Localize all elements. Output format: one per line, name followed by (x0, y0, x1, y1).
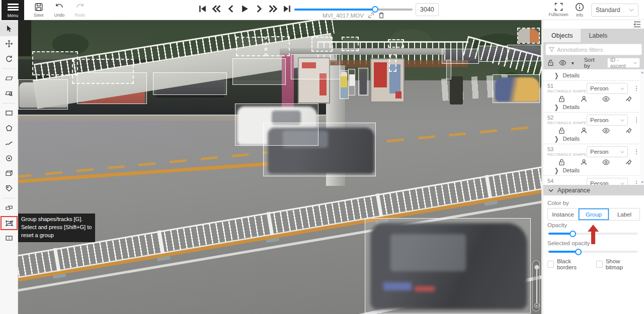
annotation-box[interactable] (340, 70, 349, 99)
info-button[interactable]: Info (569, 2, 591, 20)
objects-list-scrollbar[interactable]: ▲ ▼ (640, 69, 644, 185)
annotation-box[interactable] (358, 68, 368, 95)
fullscreen-button[interactable]: Fullscreen (547, 2, 570, 20)
object-label-select[interactable]: Person (587, 178, 628, 185)
draw-cuboid-tool[interactable] (0, 166, 18, 181)
annotation-box[interactable] (342, 37, 359, 51)
sidebar-fold-icon[interactable] (633, 21, 641, 28)
object-item[interactable]: 53 RECTANGLE SHAPE Person ⋮ (543, 144, 644, 176)
color-by-instance[interactable]: Instance (548, 208, 579, 220)
annotation-box[interactable] (311, 37, 333, 52)
object-actions-menu[interactable]: ⋮ (633, 86, 640, 91)
hide-all-icon[interactable] (559, 60, 567, 66)
canvas-vertical-slider[interactable] (532, 260, 540, 311)
object-item[interactable]: 51 RECTANGLE SHAPE Person ⋮ (543, 81, 644, 113)
object-pin-icon[interactable] (625, 95, 632, 102)
annotation-box[interactable] (478, 46, 508, 62)
object-occluded-icon[interactable] (581, 95, 587, 102)
object-actions-menu[interactable]: ⋮ (633, 181, 640, 185)
annotation-box[interactable] (266, 36, 290, 56)
group-tool[interactable] (0, 216, 18, 231)
draw-points-tool[interactable] (0, 151, 18, 166)
first-frame-button[interactable] (197, 2, 208, 15)
fit-image-tool[interactable] (0, 71, 18, 86)
object-lock-icon[interactable] (558, 127, 565, 134)
object-occluded-icon[interactable] (581, 159, 587, 166)
object-label-select[interactable]: Person (587, 146, 628, 157)
object-label-select[interactable]: Person (587, 115, 628, 126)
setup-tag-tool[interactable] (0, 181, 18, 196)
object-actions-menu[interactable]: ⋮ (633, 118, 640, 123)
menu-button[interactable]: Menu (2, 0, 24, 20)
object-details-toggle[interactable]: ❯ Details (547, 166, 640, 174)
show-bitmap-checkbox[interactable] (596, 261, 603, 268)
object-item[interactable]: 54 RECTANGLE SHAPE Person ⋮ (543, 176, 644, 185)
annotation-box[interactable] (153, 72, 227, 95)
workspace-mode-select[interactable]: Standard (591, 4, 638, 17)
cursor-tool[interactable] (0, 21, 18, 36)
save-button[interactable]: Save (28, 2, 50, 20)
backward-button[interactable] (211, 2, 222, 15)
black-borders-checkbox[interactable] (547, 261, 554, 268)
object-pin-icon[interactable] (625, 127, 632, 134)
object-details-toggle[interactable]: ❯ Details (547, 135, 640, 143)
annotation-canvas[interactable]: Group shapes/tracks [G]. Select and pres… (18, 20, 541, 314)
rotate-tool[interactable] (0, 51, 18, 66)
object-item[interactable]: 52 RECTANGLE SHAPE Person ⋮ (543, 113, 644, 144)
lock-all-icon[interactable] (547, 59, 554, 66)
annotation-box[interactable] (493, 74, 540, 103)
canvas-slider-reset[interactable] (534, 303, 539, 308)
object-occluded-icon[interactable] (581, 127, 587, 134)
annotation-box[interactable] (388, 39, 404, 48)
selected-opacity-slider[interactable] (548, 248, 639, 255)
move-tool[interactable] (0, 36, 18, 51)
color-by-group[interactable]: Group (579, 208, 609, 220)
annotation-box[interactable] (263, 123, 376, 176)
merge-tool[interactable] (0, 200, 18, 216)
sort-select[interactable]: ID - ascent (607, 58, 640, 68)
object-lock-icon[interactable] (558, 159, 565, 166)
object-label-select[interactable]: Person (587, 83, 628, 94)
annotation-box[interactable] (442, 49, 479, 64)
object-item[interactable]: 50 RECTANGLE SHAPE Person ⋮ (543, 69, 644, 81)
annotation-box[interactable] (507, 45, 541, 61)
appearance-header[interactable]: Appearance (543, 185, 644, 195)
tab-objects[interactable]: Objects (543, 29, 581, 42)
annotation-box[interactable] (18, 79, 68, 110)
object-lock-icon[interactable] (558, 95, 565, 102)
canvas-slider-handle[interactable] (534, 265, 539, 270)
annotation-box[interactable] (348, 69, 355, 95)
play-button[interactable] (239, 2, 250, 15)
annotation-box[interactable] (291, 54, 340, 79)
annotation-box[interactable] (365, 218, 531, 313)
forward-button[interactable] (268, 2, 278, 15)
object-hide-icon[interactable] (602, 128, 610, 134)
link-icon[interactable] (368, 12, 374, 19)
draw-polygon-tool[interactable] (0, 121, 18, 136)
undo-button[interactable]: Undo (48, 2, 70, 20)
color-by-label-btn[interactable]: Label (609, 208, 639, 220)
tab-labels[interactable]: Labels (581, 29, 615, 42)
expand-all-caret[interactable]: ▾ (572, 60, 574, 66)
draw-rectangle-tool[interactable] (0, 106, 18, 121)
prev-frame-button[interactable] (225, 2, 236, 15)
object-hide-icon[interactable] (602, 159, 610, 165)
draw-polyline-tool[interactable] (0, 136, 18, 151)
annotation-box[interactable] (389, 54, 396, 72)
opacity-slider-handle[interactable] (570, 231, 576, 237)
object-details-toggle[interactable]: ❯ Details (547, 71, 640, 79)
annotations-filter-input[interactable] (557, 47, 638, 53)
next-frame-button[interactable] (254, 2, 264, 15)
annotation-box[interactable] (232, 58, 286, 85)
select-region-tool[interactable] (0, 86, 18, 101)
object-pin-icon[interactable] (625, 159, 632, 166)
annotations-filter[interactable] (545, 44, 642, 55)
annotation-box[interactable] (32, 51, 78, 75)
annotation-box[interactable] (517, 28, 540, 44)
frame-number-input[interactable] (416, 3, 439, 16)
redo-button[interactable]: Redo (69, 2, 91, 20)
last-frame-button[interactable] (282, 2, 292, 15)
object-actions-menu[interactable]: ⋮ (633, 149, 640, 154)
annotation-box[interactable] (236, 37, 266, 56)
delete-frame-icon[interactable] (378, 12, 384, 19)
